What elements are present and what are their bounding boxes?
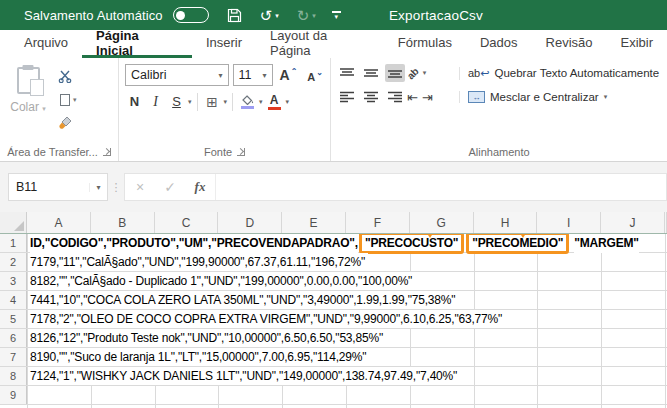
tab-pagina-inicial[interactable]: Página Inicial [82, 30, 192, 58]
column-header-g[interactable]: G [410, 212, 474, 233]
column-header-c[interactable]: C [155, 212, 219, 233]
undo-chevron-icon[interactable]: ▾ [275, 12, 279, 19]
column-header-d[interactable]: D [218, 212, 282, 233]
undo-button[interactable]: ↺▾ [260, 8, 279, 23]
column-header-j[interactable]: J [601, 212, 665, 233]
clipboard-group-label: Área de Transfer... [7, 146, 98, 158]
align-middle-button[interactable] [361, 64, 381, 82]
save-icon[interactable] [227, 8, 242, 23]
cell-text: 7441,"10","COCA COLA ZERO LATA 350ML","U… [30, 291, 458, 309]
ribbon: Colar ▾ ▾ Área de Transfer... [0, 58, 667, 162]
formula-input[interactable] [215, 174, 666, 200]
column-header-h[interactable]: H [474, 212, 538, 233]
wrap-text-button[interactable]: ab↩ Quebrar Texto Automaticamente [459, 67, 659, 80]
column-header-i[interactable]: I [537, 212, 601, 233]
scissors-icon [58, 70, 72, 83]
table-row[interactable]: 9 [0, 386, 667, 405]
increase-indent-icon[interactable]: ⇥ [422, 90, 433, 105]
tab-arquivo[interactable]: Arquivo [10, 30, 82, 58]
align-left-button[interactable] [337, 88, 357, 106]
formula-bar-splitter[interactable]: ⋮ [108, 181, 124, 194]
orientation-icon[interactable]: ab [405, 65, 421, 81]
cancel-icon[interactable]: × [125, 179, 155, 195]
alignment-group: ab ▾ ab↩ Quebrar Texto Automaticamente [330, 58, 667, 161]
cell-text: 7124,"1","WISHKY JACK DANIELS 1LT","UND"… [30, 367, 460, 385]
autosave-toggle[interactable] [173, 7, 209, 23]
format-painter-button[interactable] [58, 114, 77, 131]
underline-button[interactable]: S [167, 91, 186, 112]
cell-text: 7179,"11","CalÃ§ado","UND","199,90000",6… [30, 253, 368, 271]
table-row[interactable]: 2 7179,"11","CalÃ§ado","UND","199,90000"… [0, 253, 667, 272]
fill-color-chevron-icon[interactable]: ▾ [259, 98, 263, 106]
align-middle-icon [363, 67, 379, 79]
csv-header-before: ID,"CODIGO","PRODUTO","UM","PRECOVENDAPA… [30, 234, 358, 253]
table-row[interactable]: 6 8126,"12","Produto Teste nok","UND","1… [0, 329, 667, 348]
font-name-combo[interactable]: Calibri ▾ [125, 64, 229, 86]
table-row[interactable]: 5 7178,"2","OLEO DE COCO COPRA EXTRA VIR… [0, 310, 667, 329]
row-number[interactable]: 7 [0, 348, 27, 366]
row-number[interactable]: 6 [0, 329, 27, 347]
highlight-box-precocusto: "PRECOCUSTO" [359, 234, 464, 254]
row-number[interactable]: 1 [0, 234, 27, 252]
font-group-label: Fonte [204, 146, 232, 158]
decrease-indent-icon[interactable]: ⇤ [407, 90, 418, 105]
font-size-combo[interactable]: 11 ▾ [233, 64, 273, 86]
fill-color-button[interactable] [238, 91, 257, 112]
merge-center-chevron-icon[interactable]: ▾ [604, 93, 608, 101]
clipboard-dialog-launcher-icon[interactable] [103, 148, 111, 156]
wrap-text-icon: ab↩ [468, 67, 489, 80]
align-top-icon [339, 67, 355, 79]
increase-font-size-button[interactable]: A⌃ [277, 67, 301, 83]
clipboard-group: Colar ▾ ▾ Área de Transfer... [0, 58, 118, 161]
tab-inserir[interactable]: Inserir [192, 30, 256, 58]
row-number[interactable]: 3 [0, 272, 27, 290]
orientation-chevron-icon[interactable]: ▾ [423, 69, 427, 77]
borders-chevron-icon[interactable]: ▾ [224, 98, 228, 106]
cut-button[interactable] [58, 68, 77, 85]
italic-button[interactable]: I [146, 91, 165, 112]
align-bottom-button[interactable] [385, 64, 405, 82]
tab-layout-da-pagina[interactable]: Layout da Página [256, 30, 384, 58]
insert-function-icon[interactable]: fx [185, 179, 215, 195]
table-row[interactable]: 3 8182,"","CalÃ§ado - Duplicado 1","UND"… [0, 272, 667, 291]
table-row[interactable]: 7 8190,"","Suco de laranja 1L","LT","15,… [0, 348, 667, 367]
name-box[interactable]: B11 ▾ [8, 173, 108, 201]
table-row[interactable]: 8 7124,"1","WISHKY JACK DANIELS 1LT","UN… [0, 367, 667, 386]
select-all-button[interactable] [0, 212, 27, 233]
column-header-e[interactable]: E [282, 212, 346, 233]
table-row[interactable]: 4 7441,"10","COCA COLA ZERO LATA 350ML",… [0, 291, 667, 310]
tab-dados[interactable]: Dados [466, 30, 532, 58]
tab-revisao[interactable]: Revisão [532, 30, 607, 58]
decrease-font-size-button[interactable]: A⌄ [304, 68, 326, 83]
formula-bar: B11 ▾ ⋮ × ✓ fx [0, 162, 667, 212]
font-color-button[interactable]: A [265, 91, 284, 112]
borders-icon[interactable]: ⊞ [203, 91, 222, 112]
underline-chevron-icon[interactable]: ▾ [188, 98, 192, 106]
bold-button[interactable]: N [125, 91, 144, 112]
column-header-a[interactable]: A [27, 212, 91, 233]
copy-button[interactable]: ▾ [58, 91, 77, 108]
align-center-button[interactable] [361, 88, 381, 106]
align-top-button[interactable] [337, 64, 357, 82]
font-color-chevron-icon[interactable]: ▾ [286, 98, 290, 106]
column-header-b[interactable]: B [91, 212, 155, 233]
row-number[interactable]: 8 [0, 367, 27, 385]
enter-icon[interactable]: ✓ [155, 179, 185, 195]
column-headers: A B C D E F G H I J [0, 212, 667, 234]
font-dialog-launcher-icon[interactable] [237, 148, 245, 156]
name-box-value: B11 [9, 180, 37, 194]
row-number[interactable]: 2 [0, 253, 27, 271]
row-number[interactable]: 4 [0, 291, 27, 309]
row-number[interactable]: 5 [0, 310, 27, 328]
merge-center-button[interactable]: ↔ Mesclar e Centralizar ▾ [459, 91, 607, 103]
redo-button[interactable]: ↻▾ [297, 8, 316, 23]
column-header-f[interactable]: F [346, 212, 410, 233]
customize-quick-access-icon[interactable]: ▾ [332, 11, 341, 19]
row-number[interactable]: 9 [0, 386, 27, 404]
tab-exibir[interactable]: Exibir [606, 30, 667, 58]
align-right-button[interactable] [385, 88, 405, 106]
tab-formulas[interactable]: Fórmulas [384, 30, 466, 58]
table-row[interactable]: 1 ID,"CODIGO","PRODUTO","UM","PRECOVENDA… [0, 234, 667, 253]
paste-button[interactable]: Colar ▾ [6, 64, 50, 143]
clipboard-mini-buttons: ▾ [58, 64, 77, 143]
